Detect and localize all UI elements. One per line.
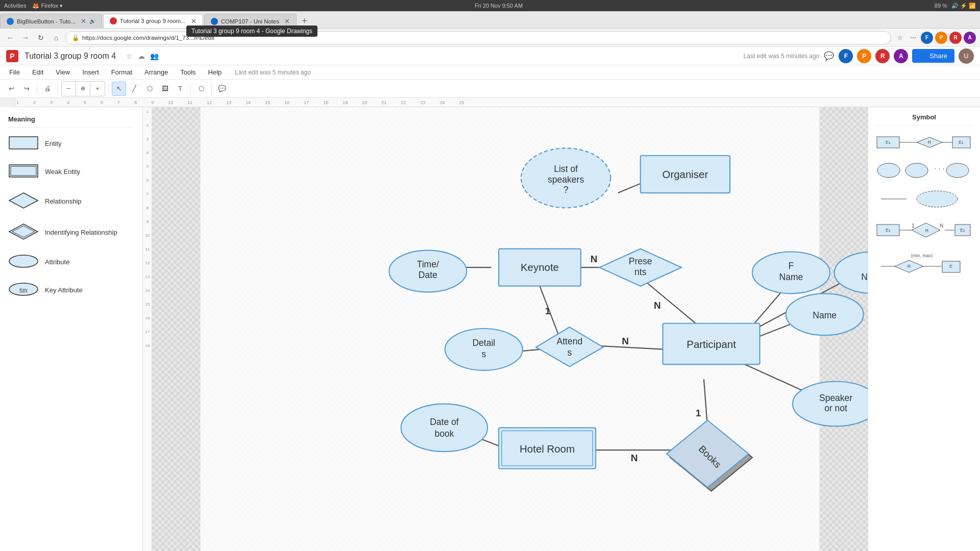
canvas-area[interactable]: N N 1 N 1 N Organiser List of speakers ?: [152, 107, 868, 551]
svg-text:E₂: E₂: [958, 140, 963, 145]
tab-label-tutorial: Tutorial 3 group 9 room...: [120, 18, 186, 24]
menu-insert[interactable]: Insert: [77, 67, 104, 78]
node-organiser[interactable]: Organiser: [641, 156, 730, 193]
document-title[interactable]: Tutorial 3 group 9 room 4: [24, 52, 116, 61]
svg-text:R: R: [907, 264, 911, 269]
share-icon: 👤: [919, 52, 927, 60]
tab-media-icon: 🔊: [89, 18, 95, 24]
svg-text:List of: List of: [554, 164, 578, 174]
back-button[interactable]: ←: [4, 32, 16, 44]
sidebar: Meaning Entity Weak Entity: [0, 107, 143, 551]
comment-icon[interactable]: 💬: [823, 51, 835, 62]
menu-view[interactable]: View: [51, 67, 75, 78]
svg-text:?: ?: [564, 185, 569, 195]
node-hotel-room[interactable]: Hotel Room: [499, 428, 596, 468]
node-fname[interactable]: F Name: [752, 252, 830, 293]
tab-close-notes[interactable]: ✕: [284, 17, 290, 25]
reload-button[interactable]: ↻: [35, 32, 47, 44]
zoom-out-button[interactable]: −: [62, 82, 76, 96]
tab-close-bb[interactable]: ✕: [81, 17, 86, 25]
redo-button[interactable]: ↪: [19, 82, 34, 96]
relationship-label: Relationship: [45, 197, 82, 205]
people-icon[interactable]: 👥: [150, 52, 159, 60]
select-tool[interactable]: ↖: [112, 82, 126, 96]
user-avatar-1[interactable]: F: [921, 32, 933, 44]
menu-file[interactable]: File: [4, 67, 25, 78]
svg-rect-1: [9, 165, 38, 177]
more-options-icon[interactable]: ⋯: [908, 32, 919, 43]
node-date-of-book[interactable]: Date of book: [401, 404, 488, 452]
svg-text:Key: Key: [19, 287, 28, 292]
svg-text:E₁: E₁: [885, 228, 890, 233]
sidebar-item-entity: Entity: [8, 136, 134, 152]
connector-tool[interactable]: ⬡: [194, 82, 208, 96]
undo-button[interactable]: ↩: [4, 82, 18, 96]
node-speaker-or-not[interactable]: Speaker or not: [793, 382, 868, 427]
collab-2[interactable]: P: [857, 49, 871, 63]
firefox-label: 🦊 Firefox ▾: [32, 3, 63, 9]
node-details[interactable]: Detail s: [445, 329, 523, 370]
last-edit-menu: Last edit was 5 minutes ago: [235, 69, 311, 76]
node-list-of-speakers[interactable]: List of speakers ?: [521, 148, 610, 208]
weak-entity-symbol: [8, 164, 39, 180]
relationship-symbol: [8, 192, 39, 211]
line-tool[interactable]: ╱: [127, 82, 141, 96]
zoom-in-button[interactable]: +: [90, 82, 105, 96]
share-button[interactable]: 👤 Share: [912, 49, 954, 63]
svg-text:Date of: Date of: [430, 417, 459, 427]
sidebar-heading: Meaning: [8, 115, 134, 128]
node-time-date[interactable]: Time/ Date: [389, 251, 467, 292]
star-icon[interactable]: ☆: [126, 52, 133, 60]
tab-label-notes: COMP107 - Uni Notes: [221, 18, 279, 24]
comment-tool[interactable]: 💬: [215, 82, 229, 96]
tab-icon-tutorial: [110, 17, 117, 24]
tab-bar: BigBlueButton - Tuto... ✕ 🔊 Tutorial 3 g…: [0, 11, 980, 29]
diagram-svg[interactable]: N N 1 N 1 N Organiser List of speakers ?: [152, 107, 868, 551]
menu-tools[interactable]: Tools: [175, 67, 201, 78]
activities-label[interactable]: Activities: [4, 3, 26, 9]
user-menu-avatar[interactable]: U: [959, 48, 974, 64]
node-keynote[interactable]: Keynote: [499, 249, 581, 286]
menu-arrange[interactable]: Arrange: [139, 67, 173, 78]
svg-text:Detail: Detail: [472, 338, 495, 348]
user-avatar-4[interactable]: A: [964, 32, 976, 44]
text-tool[interactable]: T: [173, 82, 187, 96]
sidebar-item-identifying-rel: Indentifying Relationship: [8, 223, 134, 242]
node-lname[interactable]: L Name: [835, 252, 868, 293]
node-name[interactable]: Name: [786, 293, 864, 335]
symbol-row-rel-1-n: E₁ 1 R N E₂: [874, 217, 974, 243]
symbol-row-ellipses: . . .: [874, 160, 974, 181]
zoom-fit-button[interactable]: ⊕: [76, 82, 90, 96]
svg-text:Participant: Participant: [687, 338, 736, 350]
print-button[interactable]: 🖨: [40, 82, 55, 96]
forward-button[interactable]: →: [19, 32, 32, 44]
bookmark-icon[interactable]: ☆: [894, 32, 905, 43]
svg-text:Speaker: Speaker: [819, 393, 852, 403]
main-area: Meaning Entity Weak Entity: [0, 107, 980, 551]
image-tool[interactable]: 🖼: [158, 82, 172, 96]
menu-edit[interactable]: Edit: [27, 67, 48, 78]
svg-text:book: book: [434, 429, 454, 439]
collab-1[interactable]: F: [839, 49, 853, 63]
user-avatar-3[interactable]: R: [949, 32, 962, 44]
svg-point-69: [401, 404, 488, 452]
menu-help[interactable]: Help: [203, 67, 227, 78]
shape-tool[interactable]: ⬡: [142, 82, 157, 96]
svg-text:Name: Name: [861, 272, 868, 282]
home-button[interactable]: ⌂: [50, 32, 62, 44]
address-bar: ← → ↻ ⌂ 🔒 https://docs.google.com/drawin…: [0, 29, 980, 47]
menu-format[interactable]: Format: [106, 67, 137, 78]
tab-bigbluebutton[interactable]: BigBlueButton - Tuto... ✕ 🔊: [0, 14, 102, 28]
svg-text:Hotel Room: Hotel Room: [520, 443, 575, 455]
node-participant[interactable]: Participant: [663, 323, 760, 364]
collab-3[interactable]: R: [875, 49, 890, 63]
sidebar-item-key-attribute: Key Key Attribute: [8, 282, 134, 298]
user-avatar-2[interactable]: P: [935, 32, 947, 44]
datetime: Fri 20 Nov 9:50 AM: [475, 3, 523, 9]
attribute-symbol: [8, 254, 39, 270]
tab-close-tutorial[interactable]: ✕: [191, 17, 197, 25]
svg-text:Time/: Time/: [417, 259, 439, 269]
tab-icon-bb: [7, 18, 14, 25]
collab-4[interactable]: A: [894, 49, 908, 63]
cloud-icon[interactable]: ☁: [138, 52, 145, 60]
